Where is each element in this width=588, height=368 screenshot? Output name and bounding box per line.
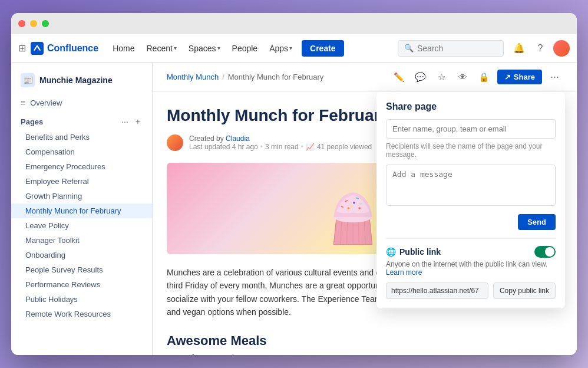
nav-people-label: People [232,44,258,53]
page-item-performance[interactable]: Performance Reviews [11,277,152,292]
restrict-icon[interactable]: 🔒 [476,69,493,86]
topnav-icons: 🔔 ? [511,40,570,57]
share-button[interactable]: ↗ Share [497,70,542,84]
topnav: ⊞ Confluence Home Recent ▾ Spaces ▾ Peop… [11,34,577,63]
public-link-section: 🌐 Public link Anyone on the internet wit… [386,238,556,299]
recent-chevron-icon: ▾ [174,45,177,51]
search-icon: 🔍 [404,44,414,52]
nav-recent-label: Recent [146,44,172,53]
notification-icon[interactable]: 🔔 [511,40,527,57]
breadcrumb-parent[interactable]: Monthly Munch [167,73,219,81]
pages-add-button[interactable]: + [133,116,143,127]
link-url-input[interactable] [386,282,488,299]
share-send-button[interactable]: Send [518,214,556,230]
titlebar [11,13,577,34]
meals-date-row: For February Feb 12, 2021 [167,353,539,355]
share-recipients-input[interactable] [386,119,556,139]
link-copy-row: Copy public link [386,282,556,299]
page-item-compensation[interactable]: Compensation [11,144,152,159]
views-count: 41 people viewed [317,143,372,151]
avatar[interactable] [553,40,570,57]
page-item-people-survey[interactable]: People Survey Results [11,262,152,277]
comment-icon[interactable]: 💬 [412,69,429,86]
share-message-textarea[interactable] [386,165,556,206]
section-awesome-meals: Awesome Meals [167,333,539,349]
star-icon[interactable]: ☆ [434,69,450,86]
page-item-remote-work[interactable]: Remote Work Resources [11,307,152,321]
svg-rect-13 [348,207,350,209]
nav-apps[interactable]: Apps ▾ [265,40,297,57]
last-updated: Last updated 4 hr ago [189,143,258,151]
nav-spaces[interactable]: Spaces ▾ [184,40,225,57]
pages-section-icons: ··· + [119,116,143,127]
sidebar-item-overview[interactable]: ≡ Overview [11,94,152,111]
public-link-toggle[interactable] [534,246,556,258]
public-link-label: Public link [399,247,441,257]
breadcrumb: Monthly Munch / Monthly Munch for Februa… [167,73,323,81]
nav-home-label: Home [113,44,134,53]
watch-icon[interactable]: 👁 [455,69,471,86]
close-dot[interactable] [18,20,25,27]
minimize-dot[interactable] [30,20,37,27]
globe-icon: 🌐 [386,247,396,257]
logo-area: Confluence [31,42,98,55]
breadcrumb-current: Monthly Munch for February [228,73,324,81]
space-icon: 📰 [21,73,35,87]
public-link-label-row: 🌐 Public link [386,247,441,257]
public-link-desc: Anyone on the internet with the public l… [386,260,556,277]
author-name: Claudia [226,134,250,143]
grid-icon[interactable]: ⊞ [18,42,26,54]
page-item-growth[interactable]: Growth Planning [11,189,152,203]
share-hint: Recipients will see the name of the page… [386,142,556,159]
author-avatar [167,134,183,151]
pages-section-label: Pages [21,117,43,126]
meals-for-label: For February [167,353,217,355]
share-popup: Share page Recipients will see the name … [376,92,565,308]
sidebar: 📰 Munchie Magazine ≡ Overview Pages ··· … [11,63,153,355]
svg-rect-14 [358,207,361,209]
confluence-logo-icon [31,42,44,55]
nav-home[interactable]: Home [108,40,139,57]
page-item-emergency[interactable]: Emergency Procedures [11,159,152,174]
logo-text: Confluence [47,43,98,54]
share-popup-title: Share page [386,101,556,112]
share-label: Share [514,73,535,81]
help-icon[interactable]: ? [532,40,549,57]
overview-icon: ≡ [21,98,25,107]
sidebar-overview-label: Overview [30,98,62,107]
page-item-onboarding[interactable]: Onboarding [11,248,152,262]
page-item-employee-referral[interactable]: Employee Referral [11,174,152,189]
app-window: ⊞ Confluence Home Recent ▾ Spaces ▾ Peop… [11,13,577,355]
search-box[interactable]: 🔍 [398,40,504,57]
edit-icon[interactable]: ✏️ [391,69,408,86]
sidebar-pages-section: Pages ··· + [11,111,152,130]
space-header: 📰 Munchie Magazine [11,70,152,94]
copy-public-link-button[interactable]: Copy public link [493,282,556,299]
share-icon: ↗ [504,73,511,81]
apps-chevron-icon: ▾ [289,45,292,51]
page-item-benefits[interactable]: Benefits and Perks [11,130,152,144]
read-time: 3 min read [265,143,299,151]
page-actions: ✏️ 💬 ☆ 👁 🔒 ↗ Share ··· [391,68,563,86]
page-item-public-holidays[interactable]: Public Holidays [11,292,152,307]
maximize-dot[interactable] [42,20,49,27]
public-link-row: 🌐 Public link [386,246,556,258]
create-button[interactable]: Create [302,40,344,57]
content-area: Monthly Munch / Monthly Munch for Februa… [153,63,577,355]
spaces-chevron-icon: ▾ [217,45,220,51]
page-item-monthly-munch[interactable]: Monthly Munch for February [11,203,152,218]
author-created: Created by Claudia [189,134,372,143]
svg-rect-12 [353,201,355,203]
page-item-manager[interactable]: Manager Toolkit [11,233,152,248]
more-options-button[interactable]: ··· [547,68,563,86]
page-item-leave[interactable]: Leave Policy [11,218,152,233]
learn-more-link[interactable]: Learn more [386,268,422,277]
pages-more-button[interactable]: ··· [119,116,131,127]
nav-apps-label: Apps [269,44,288,53]
search-input[interactable] [417,44,497,53]
page-meta: Last updated 4 hr ago • 3 min read • 📈 4… [189,143,372,151]
main-layout: 📰 Munchie Magazine ≡ Overview Pages ··· … [11,63,577,355]
nav-people[interactable]: People [227,40,263,57]
meals-date-value: Feb 12, 2021 [222,353,271,355]
nav-recent[interactable]: Recent ▾ [141,40,181,57]
